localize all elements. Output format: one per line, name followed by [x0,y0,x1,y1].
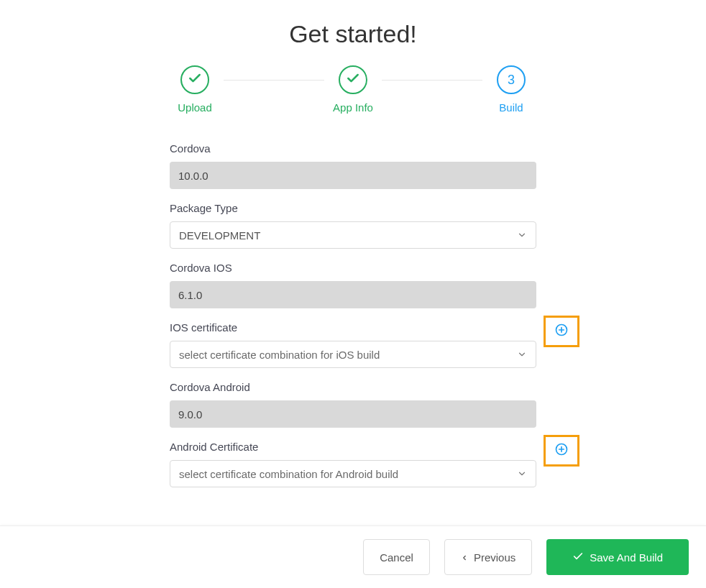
add-ios-cert-button[interactable] [544,316,579,347]
check-icon [572,551,584,564]
step-build-label: Build [499,101,523,114]
android-cert-placeholder: select certificate combination for Andro… [179,468,398,480]
field-ios-cert: IOS certificate select certificate combi… [170,321,536,368]
plus-circle-icon [554,323,569,340]
stepper: Upload App Info 3 Build [166,65,540,114]
android-cert-select[interactable]: select certificate combination for Andro… [170,460,536,487]
chevron-down-icon [517,469,527,479]
cordova-android-label: Cordova Android [170,381,536,393]
step-number: 3 [508,73,515,88]
save-build-label: Save And Build [590,551,663,564]
cancel-button[interactable]: Cancel [363,539,430,575]
add-android-cert-button[interactable] [544,435,579,467]
step-appinfo-circle [339,65,367,94]
field-cordova: Cordova 10.0.0 [170,142,536,189]
step-line [224,80,324,81]
field-cordova-ios: Cordova IOS 6.1.0 [170,262,536,308]
ios-cert-select[interactable]: select certificate combination for iOS b… [170,341,536,368]
step-appinfo-label: App Info [333,101,373,114]
cordova-android-value: 9.0.0 [170,400,536,428]
field-cordova-android: Cordova Android 9.0.0 [170,381,536,428]
package-type-select[interactable]: DEVELOPMENT [170,221,536,249]
step-appinfo: App Info [324,65,382,114]
form-area: Cordova 10.0.0 Package Type DEVELOPMENT … [170,142,536,487]
step-build: 3 Build [482,65,540,114]
previous-button[interactable]: Previous [444,539,532,575]
cordova-label: Cordova [170,142,536,155]
footer: Cancel Previous Save And Build [0,525,706,588]
field-android-cert: Android Certificate select certificate c… [170,441,536,487]
ios-cert-placeholder: select certificate combination for iOS b… [179,349,380,361]
android-cert-label: Android Certificate [170,441,258,453]
ios-cert-label: IOS certificate [170,321,237,334]
field-package-type: Package Type DEVELOPMENT [170,202,536,249]
step-upload-circle [180,65,209,94]
cordova-ios-label: Cordova IOS [170,262,536,274]
save-and-build-button[interactable]: Save And Build [546,539,689,575]
plus-circle-icon [554,442,569,459]
chevron-down-icon [517,349,527,359]
cordova-ios-value: 6.1.0 [170,281,536,308]
step-upload-label: Upload [178,101,212,114]
cancel-label: Cancel [380,551,413,564]
step-line [382,80,482,81]
chevron-left-icon [461,551,468,564]
chevron-down-icon [517,230,527,240]
check-icon [346,71,360,88]
page-title: Get started! [0,0,706,65]
previous-label: Previous [474,551,515,564]
cordova-value: 10.0.0 [170,162,536,189]
package-type-label: Package Type [170,202,536,214]
package-type-value: DEVELOPMENT [179,229,260,242]
step-build-circle: 3 [497,65,526,94]
check-icon [188,71,202,88]
step-upload: Upload [166,65,224,114]
